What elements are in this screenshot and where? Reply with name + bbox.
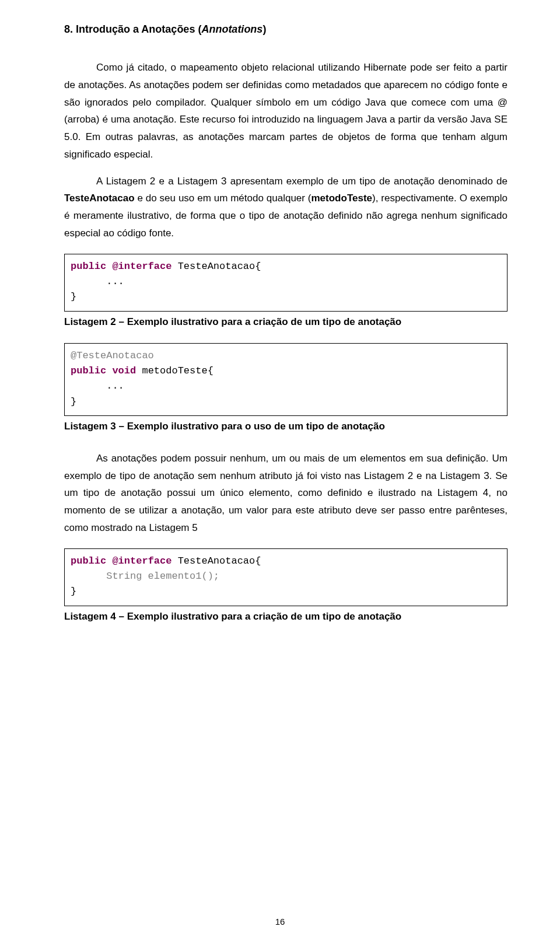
section-heading: 8. Introdução a Anotações (Annotations) [64, 23, 508, 36]
code2-line3: ... [71, 380, 124, 391]
caption-listing-3: Listagem 3 – Exemplo ilustrativo para o … [64, 421, 508, 432]
code-listing-2: public @interface TesteAnotacao{ ... } [64, 254, 508, 312]
section-number: 8. [64, 23, 73, 35]
paragraph-1: Como já citado, o mapeamento objeto rela… [64, 59, 508, 163]
paragraph-3-text: As anotações podem possuir nenhum, um ou… [64, 453, 508, 533]
code3-kw2: @interface [112, 555, 172, 567]
paragraph-2: A Listagem 2 e a Listagem 3 apresentam e… [64, 173, 508, 242]
code1-kw2: @interface [112, 261, 172, 272]
code1-line2: ... [71, 276, 124, 287]
code2-ann: @TesteAnotacao [71, 350, 154, 361]
section-title-text: Introdução a Anotações ( [76, 23, 201, 35]
section-title-italic: Annotations [201, 23, 262, 35]
paragraph-2-bold1: TesteAnotacao [64, 193, 135, 204]
code2-line4: } [71, 396, 76, 407]
paragraph-2-a: A Listagem 2 e a Listagem 3 apresentam e… [96, 176, 508, 187]
page-number: 16 [0, 917, 560, 926]
code2-name: metodoTeste{ [136, 365, 214, 376]
paragraph-1-text: Como já citado, o mapeamento objeto rela… [64, 62, 508, 160]
code3-elem: String elemento1(); [71, 571, 219, 582]
paragraph-2-b: e do seu uso em um método qualquer ( [135, 193, 312, 204]
code1-kw1: public [71, 261, 106, 272]
code3-close: } [71, 586, 76, 597]
caption-listing-4: Listagem 4 – Exemplo ilustrativo para a … [64, 611, 508, 623]
section-title-close: ) [262, 23, 266, 35]
paragraph-3: As anotações podem possuir nenhum, um ou… [64, 450, 508, 537]
code3-kw1: public [71, 555, 106, 567]
code2-kw2: void [112, 365, 136, 376]
code-listing-4: public @interface TesteAnotacao{ String … [64, 548, 508, 606]
caption-listing-2: Listagem 2 – Exemplo ilustrativo para a … [64, 316, 508, 328]
code-listing-3: @TesteAnotacao public void metodoTeste{ … [64, 343, 508, 416]
document-page: 8. Introdução a Anotações (Annotations) … [0, 0, 560, 944]
code2-kw1: public [71, 365, 106, 376]
code1-name: TesteAnotacao{ [172, 261, 261, 272]
code1-line3: } [71, 291, 76, 302]
paragraph-2-bold2: metodoTeste [312, 193, 373, 204]
code3-name: TesteAnotacao{ [172, 555, 261, 567]
